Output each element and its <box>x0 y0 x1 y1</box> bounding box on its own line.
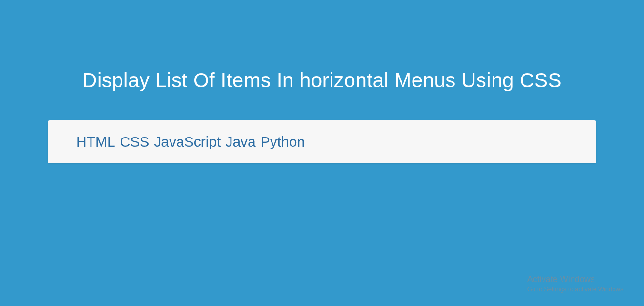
menu-item-python[interactable]: Python <box>261 134 305 150</box>
main-container: Display List Of Items In horizontal Menu… <box>0 69 644 163</box>
menu-item-html[interactable]: HTML <box>76 134 115 150</box>
menu-item-javascript[interactable]: JavaScript <box>154 134 221 150</box>
menu-item-java[interactable]: Java <box>225 134 255 150</box>
menu-item-css[interactable]: CSS <box>120 134 150 150</box>
menu-list: HTML CSS JavaScript Java Python <box>76 134 568 150</box>
page-title: Display List Of Items In horizontal Menu… <box>48 69 596 92</box>
windows-watermark: Activate Windows Go to Settings to activ… <box>527 275 625 293</box>
menu-box: HTML CSS JavaScript Java Python <box>48 120 596 163</box>
watermark-subtitle: Go to Settings to activate Windows. <box>527 286 625 293</box>
watermark-title: Activate Windows <box>527 275 625 285</box>
